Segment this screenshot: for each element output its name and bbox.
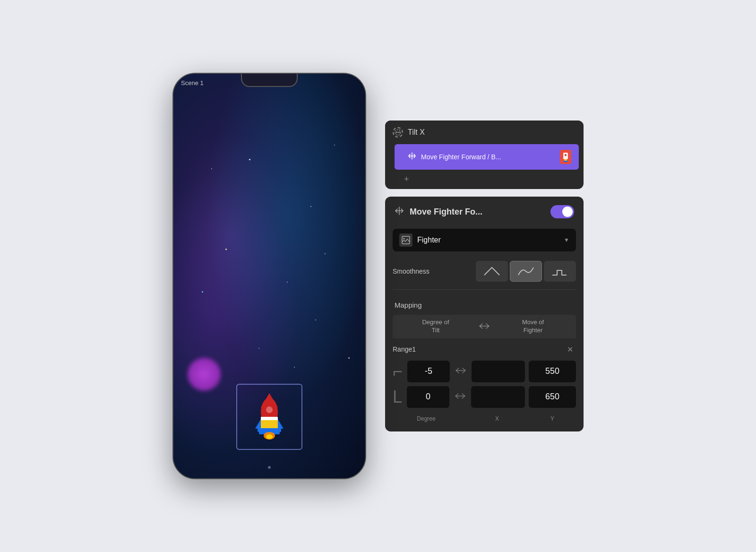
star xyxy=(258,348,259,349)
range-row1-arrow xyxy=(454,367,468,375)
svg-rect-6 xyxy=(258,428,281,432)
svg-point-8 xyxy=(266,406,273,413)
range-row1-x-empty xyxy=(472,361,525,382)
panel-header: Move Fighter Fo... xyxy=(385,197,584,227)
star xyxy=(202,291,203,293)
star xyxy=(325,253,326,254)
smoothness-row: Smoothness xyxy=(385,259,584,289)
star xyxy=(294,367,295,368)
fighter-dropdown[interactable]: Fighter ▼ xyxy=(393,229,576,251)
scene-label: Scene 1 xyxy=(181,79,204,86)
mapping-col-degree-label: Degree of Tilt xyxy=(400,319,471,335)
mapping-col-fighter-label: Move of Fighter xyxy=(498,319,568,335)
move-fighter-badge xyxy=(560,150,571,164)
range-rows: ⌐ L xyxy=(385,359,584,414)
purple-blob xyxy=(188,358,221,391)
star xyxy=(348,357,350,359)
svg-point-10 xyxy=(266,434,273,439)
col-y-label: Y xyxy=(529,415,576,422)
star xyxy=(310,206,311,207)
star xyxy=(249,159,250,160)
range-bracket-open: ⌐ xyxy=(393,363,404,380)
svg-marker-5 xyxy=(278,419,284,429)
range-row-2: L xyxy=(393,386,576,408)
star xyxy=(315,319,316,320)
svg-rect-3 xyxy=(261,420,278,429)
svg-marker-1 xyxy=(261,393,278,407)
fighter-selection-box[interactable] xyxy=(236,384,302,450)
tilt-x-icon xyxy=(393,127,403,138)
range-row-1: ⌐ xyxy=(393,361,576,382)
move-fighter-icon xyxy=(408,152,416,162)
svg-rect-2 xyxy=(261,417,278,421)
svg-marker-18 xyxy=(563,161,568,162)
range-row1-y-input[interactable] xyxy=(529,361,576,382)
tilt-x-title: Tilt X xyxy=(408,128,425,137)
range-row1-degree-input[interactable] xyxy=(407,361,450,382)
main-panel: Move Fighter Fo... Fighter ▼ Smoothness xyxy=(385,197,584,431)
svg-rect-19 xyxy=(402,236,410,244)
range-row2-x-empty xyxy=(471,386,525,408)
range-label: Range1 xyxy=(393,345,564,353)
star xyxy=(225,249,227,250)
bottom-dot xyxy=(268,466,271,469)
range-bracket-close: L xyxy=(393,388,403,405)
svg-rect-17 xyxy=(564,159,567,161)
tilt-x-header: Tilt X xyxy=(385,121,584,144)
range-row2-degree-input[interactable] xyxy=(407,386,449,408)
svg-marker-13 xyxy=(399,131,400,134)
svg-marker-4 xyxy=(255,419,261,429)
divider xyxy=(393,289,576,290)
range-col-labels: Degree X Y xyxy=(385,414,584,422)
panel-move-icon xyxy=(395,206,404,218)
star xyxy=(287,282,288,283)
dropdown-arrow-icon: ▼ xyxy=(564,237,569,243)
mapping-arrow xyxy=(475,323,494,331)
smoothness-label: Smoothness xyxy=(393,267,474,275)
smoothness-smooth-btn[interactable] xyxy=(510,261,542,282)
range-close-btn[interactable]: ✕ xyxy=(564,344,576,355)
smoothness-sharp-btn[interactable] xyxy=(476,261,508,282)
rocket-icon xyxy=(248,391,291,443)
toggle-switch[interactable] xyxy=(550,205,574,218)
star xyxy=(211,168,212,169)
add-row[interactable]: + xyxy=(385,171,584,189)
right-panel: Tilt X Move Fighter Forward / B... + xyxy=(385,121,584,431)
svg-marker-14 xyxy=(395,131,397,134)
phone-notch xyxy=(241,74,298,87)
dropdown-icon xyxy=(399,233,412,247)
svg-point-16 xyxy=(565,154,567,156)
mapping-table-header: Degree of Tilt Move of Fighter xyxy=(393,315,576,338)
dropdown-label: Fighter xyxy=(417,236,564,244)
col-degree-label: Degree xyxy=(405,415,447,422)
star xyxy=(334,145,335,146)
tilt-x-card: Tilt X Move Fighter Forward / B... + xyxy=(385,121,584,189)
phone-frame: Scene 1 xyxy=(172,73,366,479)
phone-screen xyxy=(173,74,365,478)
add-icon: + xyxy=(404,174,409,184)
range-row2-y-input[interactable] xyxy=(529,386,576,408)
range-row2-arrow xyxy=(453,393,467,401)
panel-title: Move Fighter Fo... xyxy=(410,207,545,217)
col-x-label: X xyxy=(469,415,525,422)
move-fighter-row[interactable]: Move Fighter Forward / B... xyxy=(395,144,579,170)
svg-point-20 xyxy=(404,238,405,240)
move-fighter-text: Move Fighter Forward / B... xyxy=(421,153,555,161)
mapping-header: Mapping xyxy=(385,297,584,315)
range-header: Range1 ✕ xyxy=(385,338,584,359)
smoothness-step-btn[interactable] xyxy=(544,261,576,282)
